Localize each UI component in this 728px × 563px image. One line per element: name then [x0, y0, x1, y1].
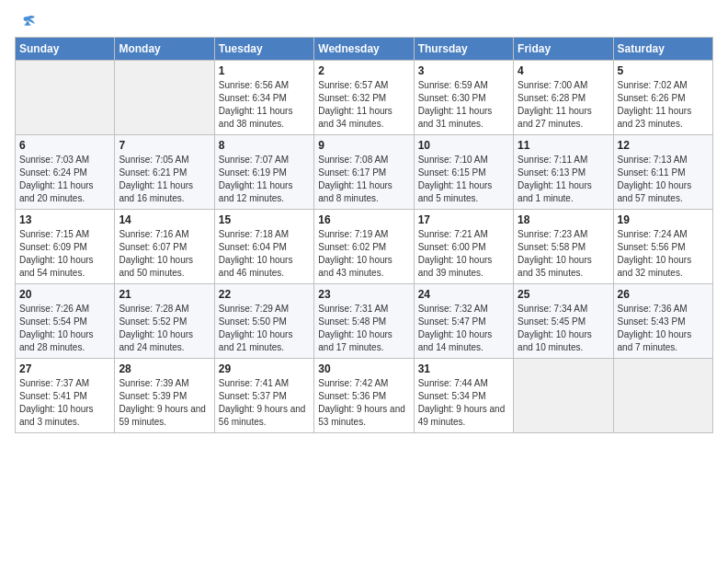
calendar-cell: 30Sunrise: 7:42 AMSunset: 5:36 PMDayligh… [314, 359, 414, 433]
day-number: 15 [219, 213, 310, 226]
day-number: 27 [19, 362, 110, 375]
day-number: 12 [618, 139, 709, 152]
day-detail: Sunrise: 7:37 AMSunset: 5:41 PMDaylight:… [19, 377, 110, 429]
day-number: 17 [418, 213, 509, 226]
day-detail: Sunrise: 7:16 AMSunset: 6:07 PMDaylight:… [119, 228, 210, 280]
day-number: 5 [618, 64, 709, 77]
day-detail: Sunrise: 7:18 AMSunset: 6:04 PMDaylight:… [219, 228, 310, 280]
logo-bird-icon [17, 15, 37, 31]
day-detail: Sunrise: 7:36 AMSunset: 5:43 PMDaylight:… [618, 303, 709, 354]
day-detail: Sunrise: 7:28 AMSunset: 5:52 PMDaylight:… [119, 303, 210, 354]
calendar-cell: 13Sunrise: 7:15 AMSunset: 6:09 PMDayligh… [16, 210, 115, 284]
day-number: 9 [318, 139, 409, 152]
week-row-3: 13Sunrise: 7:15 AMSunset: 6:09 PMDayligh… [16, 210, 713, 284]
calendar-cell: 4Sunrise: 7:00 AMSunset: 6:28 PMDaylight… [514, 61, 613, 135]
day-number: 24 [418, 288, 509, 301]
logo [15, 15, 37, 31]
day-detail: Sunrise: 7:41 AMSunset: 5:37 PMDaylight:… [219, 377, 310, 429]
weekday-header-wednesday: Wednesday [314, 38, 414, 61]
calendar-cell: 23Sunrise: 7:31 AMSunset: 5:48 PMDayligh… [314, 284, 414, 359]
day-number: 26 [618, 288, 709, 301]
calendar-cell: 21Sunrise: 7:28 AMSunset: 5:52 PMDayligh… [115, 284, 214, 359]
day-number: 7 [119, 139, 210, 152]
day-detail: Sunrise: 7:23 AMSunset: 5:58 PMDaylight:… [518, 228, 609, 280]
day-number: 18 [518, 213, 609, 226]
week-row-1: 1Sunrise: 6:56 AMSunset: 6:34 PMDaylight… [16, 61, 713, 135]
calendar-cell: 18Sunrise: 7:23 AMSunset: 5:58 PMDayligh… [514, 210, 613, 284]
calendar-cell [514, 359, 613, 433]
day-detail: Sunrise: 7:03 AMSunset: 6:24 PMDaylight:… [19, 154, 110, 205]
calendar-cell: 27Sunrise: 7:37 AMSunset: 5:41 PMDayligh… [16, 359, 115, 433]
day-detail: Sunrise: 7:00 AMSunset: 6:28 PMDaylight:… [518, 79, 609, 131]
calendar-cell: 14Sunrise: 7:16 AMSunset: 6:07 PMDayligh… [115, 210, 214, 284]
day-number: 2 [318, 64, 409, 77]
calendar-cell: 12Sunrise: 7:13 AMSunset: 6:11 PMDayligh… [613, 135, 712, 210]
weekday-header-sunday: Sunday [16, 38, 115, 61]
day-detail: Sunrise: 6:57 AMSunset: 6:32 PMDaylight:… [318, 79, 409, 131]
calendar-cell: 19Sunrise: 7:24 AMSunset: 5:56 PMDayligh… [613, 210, 712, 284]
calendar-cell: 9Sunrise: 7:08 AMSunset: 6:17 PMDaylight… [314, 135, 414, 210]
day-number: 14 [119, 213, 210, 226]
header [15, 15, 713, 31]
day-number: 3 [418, 64, 509, 77]
calendar-cell: 17Sunrise: 7:21 AMSunset: 6:00 PMDayligh… [414, 210, 513, 284]
day-detail: Sunrise: 7:07 AMSunset: 6:19 PMDaylight:… [219, 154, 310, 205]
calendar-cell: 20Sunrise: 7:26 AMSunset: 5:54 PMDayligh… [16, 284, 115, 359]
day-detail: Sunrise: 7:26 AMSunset: 5:54 PMDaylight:… [19, 303, 110, 354]
day-number: 16 [318, 213, 409, 226]
day-detail: Sunrise: 7:44 AMSunset: 5:34 PMDaylight:… [418, 377, 509, 429]
calendar-cell: 26Sunrise: 7:36 AMSunset: 5:43 PMDayligh… [613, 284, 712, 359]
day-detail: Sunrise: 7:10 AMSunset: 6:15 PMDaylight:… [418, 154, 509, 205]
day-detail: Sunrise: 7:24 AMSunset: 5:56 PMDaylight:… [618, 228, 709, 280]
day-detail: Sunrise: 6:59 AMSunset: 6:30 PMDaylight:… [418, 79, 509, 131]
day-detail: Sunrise: 7:42 AMSunset: 5:36 PMDaylight:… [318, 377, 409, 429]
day-detail: Sunrise: 7:11 AMSunset: 6:13 PMDaylight:… [518, 154, 609, 205]
day-number: 13 [19, 213, 110, 226]
day-number: 30 [318, 362, 409, 375]
day-detail: Sunrise: 7:32 AMSunset: 5:47 PMDaylight:… [418, 303, 509, 354]
calendar-cell: 11Sunrise: 7:11 AMSunset: 6:13 PMDayligh… [514, 135, 613, 210]
weekday-header-friday: Friday [514, 38, 613, 61]
weekday-header-tuesday: Tuesday [214, 38, 313, 61]
day-number: 11 [518, 139, 609, 152]
calendar-cell: 3Sunrise: 6:59 AMSunset: 6:30 PMDaylight… [414, 61, 513, 135]
day-detail: Sunrise: 7:39 AMSunset: 5:39 PMDaylight:… [119, 377, 210, 429]
day-number: 6 [19, 139, 110, 152]
calendar-cell: 5Sunrise: 7:02 AMSunset: 6:26 PMDaylight… [613, 61, 712, 135]
day-number: 19 [618, 213, 709, 226]
calendar-container: SundayMondayTuesdayWednesdayThursdayFrid… [0, 0, 728, 442]
calendar-cell [16, 61, 115, 135]
day-number: 28 [119, 362, 210, 375]
calendar-cell [115, 61, 214, 135]
day-number: 29 [219, 362, 310, 375]
week-row-5: 27Sunrise: 7:37 AMSunset: 5:41 PMDayligh… [16, 359, 713, 433]
day-number: 25 [518, 288, 609, 301]
calendar-table: SundayMondayTuesdayWednesdayThursdayFrid… [15, 37, 713, 433]
calendar-cell: 8Sunrise: 7:07 AMSunset: 6:19 PMDaylight… [214, 135, 313, 210]
calendar-cell: 16Sunrise: 7:19 AMSunset: 6:02 PMDayligh… [314, 210, 414, 284]
day-detail: Sunrise: 7:19 AMSunset: 6:02 PMDaylight:… [318, 228, 409, 280]
day-detail: Sunrise: 7:15 AMSunset: 6:09 PMDaylight:… [19, 228, 110, 280]
day-detail: Sunrise: 6:56 AMSunset: 6:34 PMDaylight:… [219, 79, 310, 131]
day-number: 31 [418, 362, 509, 375]
day-number: 8 [219, 139, 310, 152]
calendar-cell: 6Sunrise: 7:03 AMSunset: 6:24 PMDaylight… [16, 135, 115, 210]
day-number: 10 [418, 139, 509, 152]
calendar-cell [613, 359, 712, 433]
weekday-header-row: SundayMondayTuesdayWednesdayThursdayFrid… [16, 38, 713, 61]
day-number: 1 [219, 64, 310, 77]
day-detail: Sunrise: 7:21 AMSunset: 6:00 PMDaylight:… [418, 228, 509, 280]
weekday-header-saturday: Saturday [613, 38, 712, 61]
calendar-cell: 25Sunrise: 7:34 AMSunset: 5:45 PMDayligh… [514, 284, 613, 359]
day-detail: Sunrise: 7:02 AMSunset: 6:26 PMDaylight:… [618, 79, 709, 131]
week-row-4: 20Sunrise: 7:26 AMSunset: 5:54 PMDayligh… [16, 284, 713, 359]
calendar-cell: 29Sunrise: 7:41 AMSunset: 5:37 PMDayligh… [214, 359, 313, 433]
calendar-cell: 22Sunrise: 7:29 AMSunset: 5:50 PMDayligh… [214, 284, 313, 359]
calendar-cell: 15Sunrise: 7:18 AMSunset: 6:04 PMDayligh… [214, 210, 313, 284]
week-row-2: 6Sunrise: 7:03 AMSunset: 6:24 PMDaylight… [16, 135, 713, 210]
weekday-header-monday: Monday [115, 38, 214, 61]
calendar-cell: 28Sunrise: 7:39 AMSunset: 5:39 PMDayligh… [115, 359, 214, 433]
day-number: 20 [19, 288, 110, 301]
day-detail: Sunrise: 7:08 AMSunset: 6:17 PMDaylight:… [318, 154, 409, 205]
day-detail: Sunrise: 7:05 AMSunset: 6:21 PMDaylight:… [119, 154, 210, 205]
